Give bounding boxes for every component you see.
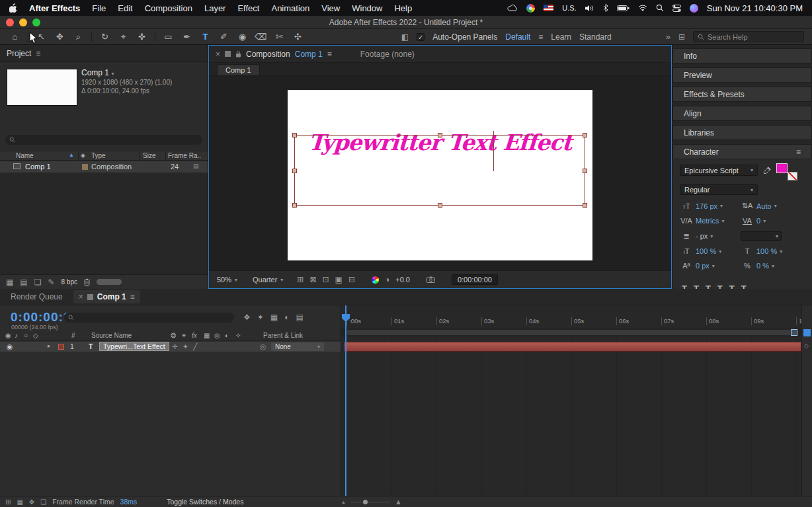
panel-libraries[interactable]: Libraries: [672, 125, 812, 140]
font-style-select[interactable]: Regular▾: [680, 184, 758, 195]
project-search-input[interactable]: [19, 136, 190, 143]
timeline-search-field[interactable]: [63, 313, 234, 323]
video-column-icon[interactable]: ◉: [5, 332, 11, 339]
new-folder-icon[interactable]: ▤: [20, 278, 27, 287]
project-bit-depth[interactable]: 8 bpc: [61, 278, 77, 286]
graph-editor-icon[interactable]: ▤: [296, 313, 303, 322]
selection-handle[interactable]: [438, 133, 442, 137]
parent-link-select[interactable]: None▾: [271, 342, 324, 351]
project-item-name[interactable]: Comp 1 ▾: [81, 69, 172, 78]
motion-blur-switch-icon[interactable]: ◐: [225, 332, 229, 339]
motion-blur-icon[interactable]: ◐: [284, 313, 289, 322]
zoom-slider-track[interactable]: [351, 502, 389, 502]
project-panel-menu-icon[interactable]: ≡: [36, 49, 40, 58]
three-d-switch-icon[interactable]: ✧: [235, 332, 241, 339]
help-search-input[interactable]: [708, 33, 793, 41]
column-type[interactable]: Type: [91, 152, 106, 159]
close-tab-icon[interactable]: ×: [79, 292, 83, 301]
exposure-icon[interactable]: ◑: [385, 275, 389, 284]
spotlight-search-icon[interactable]: [656, 4, 664, 12]
collapse-switch-icon[interactable]: ✴: [181, 332, 186, 339]
new-composition-icon[interactable]: ❏: [34, 278, 42, 287]
tab-render-queue[interactable]: Render Queue: [11, 292, 63, 301]
menu-window[interactable]: Window: [352, 3, 382, 13]
menu-help[interactable]: Help: [394, 3, 412, 13]
us-flag-icon[interactable]: [544, 5, 553, 11]
tracking-control[interactable]: VA 0▾: [741, 217, 805, 225]
leading-control[interactable]: ⇅A Auto▾: [741, 202, 805, 210]
work-area-bar[interactable]: [341, 329, 801, 336]
workspace-grid-icon[interactable]: ⊞: [678, 32, 685, 42]
kerning-control[interactable]: V/A Metrics▾: [680, 217, 741, 225]
tab-composition-label[interactable]: Composition: [246, 50, 290, 59]
grid-guides-icon[interactable]: ▣: [335, 275, 343, 284]
timeline-track-area[interactable]: :00s 01s 02s 03s 04s 05s 06s 07s 08s 09s…: [341, 305, 801, 496]
trash-icon[interactable]: [84, 278, 90, 286]
tab-project[interactable]: Project: [7, 49, 31, 58]
vertical-scale-control[interactable]: IT 100 %▾: [680, 247, 741, 255]
layer-duration-bar[interactable]: [344, 342, 801, 352]
layer-fx-icon[interactable]: ╱: [193, 342, 197, 350]
font-family-select[interactable]: Epicursive Script▾: [680, 165, 758, 176]
render-grid-icon[interactable]: ▦: [17, 498, 22, 506]
column-size[interactable]: Size: [143, 152, 155, 159]
horizontal-scale-control[interactable]: T 100 %▾: [741, 247, 805, 255]
battery-icon[interactable]: [617, 5, 629, 11]
menu-layer[interactable]: Layer: [204, 3, 226, 13]
column-source-name[interactable]: Source Name: [91, 332, 132, 339]
selection-handle[interactable]: [583, 133, 587, 137]
siri-icon[interactable]: [690, 4, 698, 13]
render-network-icon[interactable]: ⊞: [5, 498, 11, 506]
character-panel-menu-icon[interactable]: ≡: [796, 147, 801, 157]
layer-label-color[interactable]: [58, 344, 64, 350]
panel-effects-presets[interactable]: Effects & Presets: [672, 87, 812, 102]
project-row-comp1[interactable]: Comp 1 Composition 24 ▤: [0, 161, 208, 173]
volume-icon[interactable]: [585, 5, 594, 12]
tab-footage[interactable]: Footage (none): [360, 50, 415, 59]
zoom-window-button[interactable]: [32, 19, 40, 26]
panel-align[interactable]: Align: [672, 106, 812, 121]
selection-handle[interactable]: [438, 203, 442, 208]
help-search-field[interactable]: [693, 31, 804, 42]
composition-panel-menu-icon[interactable]: ≡: [327, 50, 332, 59]
project-flowchart-icon[interactable]: ▦: [6, 278, 13, 287]
render-move-icon[interactable]: ✥: [29, 498, 34, 506]
solo-column-icon[interactable]: ○: [24, 332, 28, 339]
camera-tool[interactable]: ⌖: [115, 29, 132, 44]
region-of-interest-icon[interactable]: ⊞: [297, 275, 304, 284]
selection-handle[interactable]: [583, 169, 587, 173]
workspace-menu-icon[interactable]: ≡: [538, 32, 543, 42]
lock-column-icon[interactable]: ◇: [33, 332, 38, 339]
menu-animation[interactable]: Animation: [271, 3, 309, 13]
timeline-rail-icon[interactable]: ◇: [804, 342, 809, 349]
composition-flowchart-icon[interactable]: ❖: [243, 313, 251, 322]
snapshot-camera-icon[interactable]: [426, 276, 435, 283]
roto-brush-tool[interactable]: ✄: [271, 29, 288, 44]
current-time-indicator-line[interactable]: [345, 305, 346, 496]
layer-name[interactable]: Typewri...Text Effect: [99, 342, 169, 351]
rulers-icon[interactable]: ⊟: [348, 275, 355, 284]
panel-drag-icon[interactable]: [225, 51, 231, 57]
tab-composition-comp-name[interactable]: Comp 1: [295, 50, 323, 59]
viewer-timecode[interactable]: 0:00:00:00: [452, 274, 498, 285]
column-parent-link[interactable]: Parent & Link: [263, 332, 303, 339]
row-options-icon[interactable]: ▤: [193, 163, 199, 169]
viewer-tab-comp1[interactable]: Comp 1: [217, 64, 260, 75]
auto-open-panels-label[interactable]: Auto-Open Panels: [432, 32, 497, 42]
sort-ascending-icon[interactable]: ▲: [69, 152, 74, 158]
render-frame-icon[interactable]: ❏: [40, 498, 46, 506]
interpret-footage-icon[interactable]: ✎: [48, 278, 54, 287]
toggle-switches-modes-button[interactable]: Toggle Switches / Modes: [167, 498, 243, 506]
browser-icon[interactable]: [526, 4, 535, 13]
work-area-end-marker[interactable]: [791, 329, 797, 336]
workspace-standard[interactable]: Standard: [579, 32, 612, 42]
shy-switch-icon[interactable]: ❂: [171, 332, 176, 339]
zoom-tool[interactable]: ⌕: [70, 29, 87, 44]
selection-handle[interactable]: [583, 203, 587, 208]
timeline-scrollbar-top[interactable]: [803, 329, 811, 336]
zoom-slider-knob[interactable]: [363, 500, 368, 504]
layer-quality-icon[interactable]: ✦: [183, 342, 188, 350]
brush-tool[interactable]: ✐: [216, 29, 232, 44]
layer-anchor-icon[interactable]: ✛: [172, 342, 178, 350]
control-center-icon[interactable]: [672, 5, 681, 12]
